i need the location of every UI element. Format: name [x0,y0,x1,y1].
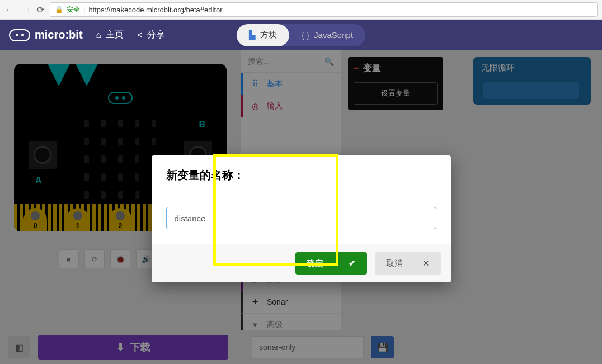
share-icon: < [137,30,142,40]
close-icon: ✕ [422,258,430,268]
js-icon: { } [302,30,309,40]
dialog-title: 新变量的名称： [152,155,451,193]
lock-icon: 🔒 [55,6,63,13]
new-variable-dialog: 新变量的名称： 确定 ✔ 取消 ✕ [152,155,451,282]
main-area: A B 0 1 2 3V GND ■ ⟳ 🐞 🔊 ⛶ [0,50,602,364]
dialog-footer: 确定 ✔ 取消 ✕ [152,244,451,282]
logo-icon [9,29,30,41]
logo[interactable]: micro:bit [9,29,83,41]
variable-name-input[interactable] [166,207,436,229]
logo-text: micro:bit [35,29,83,41]
app-header: micro:bit ⌂ 主页 < 分享 ▙ 方块 { } JavaScript [0,20,602,50]
cancel-button[interactable]: 取消 ✕ [375,252,441,275]
blocks-icon: ▙ [249,30,256,40]
blocks-toggle[interactable]: ▙ 方块 [237,24,289,46]
home-button[interactable]: ⌂ 主页 [96,29,124,41]
javascript-toggle[interactable]: { } JavaScript [289,24,365,46]
ok-button[interactable]: 确定 ✔ [295,252,367,275]
forward-button[interactable]: → [21,4,31,16]
home-icon: ⌂ [96,30,102,40]
back-button[interactable]: ← [4,4,15,16]
secure-label: 安全 [67,5,80,15]
url-bar[interactable]: 🔒 安全 | https://makecode.microbit.org/bet… [50,2,598,17]
url-text: https://makecode.microbit.org/beta#edito… [88,6,222,14]
editor-toggle: ▙ 方块 { } JavaScript [237,24,365,46]
check-icon: ✔ [349,258,356,268]
share-button[interactable]: < 分享 [137,29,164,41]
nav-arrows: ← → [4,4,31,16]
reload-button[interactable]: ⟳ [37,4,44,15]
browser-bar: ← → ⟳ 🔒 安全 | https://makecode.microbit.o… [0,0,602,20]
